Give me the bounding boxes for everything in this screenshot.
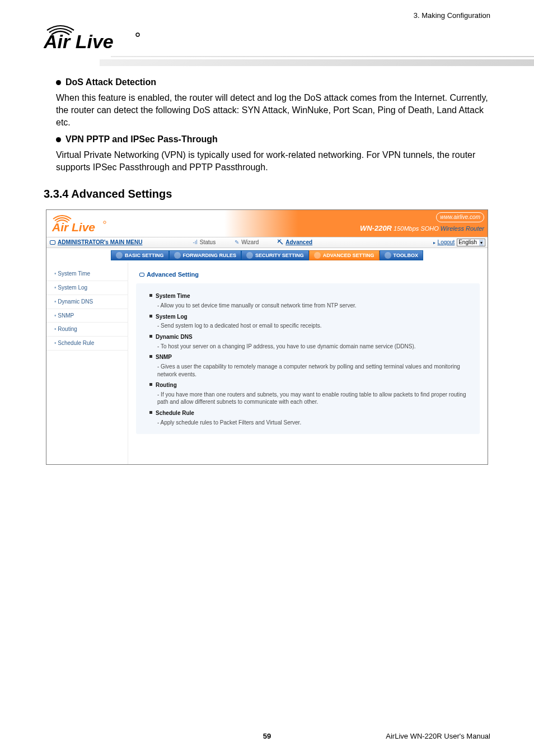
forward-icon bbox=[174, 252, 181, 259]
tab-security-label: SECURITY SETTING bbox=[255, 252, 304, 259]
router-url: www.airlive.com bbox=[436, 212, 484, 222]
tab-basic-setting[interactable]: BASIC SETTING bbox=[111, 250, 169, 260]
page: 3. Making Configuration Air Live DoS Att… bbox=[0, 0, 534, 756]
sidebar: System Time System Log Dynamic DNS SNMP … bbox=[46, 263, 128, 464]
panel-item-desc: - To host your server on a changing IP a… bbox=[157, 343, 472, 351]
router-model-desc: 150Mbps SOHO bbox=[394, 225, 441, 232]
svg-text:Air Live: Air Live bbox=[51, 221, 95, 234]
page-footer: 59 AirLive WN-220R User's Manual bbox=[0, 732, 534, 740]
svg-point-1 bbox=[136, 33, 139, 36]
router-model-tag: Wireless Router bbox=[441, 225, 484, 232]
panel-item-desc: - Send system log to a dedicated host or… bbox=[157, 322, 472, 330]
body-content: DoS Attack Detection When this feature i… bbox=[44, 76, 490, 465]
panel-item-title: Routing bbox=[156, 382, 177, 388]
chat-icon bbox=[139, 273, 144, 277]
panel-item-title: Schedule Rule bbox=[156, 410, 194, 416]
square-icon bbox=[149, 294, 152, 297]
chat-icon bbox=[50, 240, 55, 245]
chevron-down-icon: ▾ bbox=[479, 240, 484, 246]
square-icon bbox=[149, 335, 152, 338]
language-selected: English bbox=[458, 239, 477, 246]
paragraph-vpn: Virtual Private Networking (VPN) is typi… bbox=[56, 149, 490, 174]
square-icon bbox=[149, 355, 152, 358]
advanced-icon bbox=[314, 252, 321, 259]
main-menu-label: ADMINISTRATOR's MAIN MENU bbox=[58, 239, 142, 246]
page-number: 59 bbox=[263, 732, 271, 740]
main-menu-home[interactable]: ADMINISTRATOR's MAIN MENU bbox=[50, 239, 142, 246]
panel-item-title: SNMP bbox=[156, 354, 172, 360]
panel-item-system-time: System Time - Allow you to set device ti… bbox=[149, 292, 472, 309]
tab-advanced-setting[interactable]: ADVANCED SETTING bbox=[309, 250, 380, 260]
menu-status-label: Status bbox=[200, 239, 216, 246]
signal-icon: -ıl bbox=[193, 239, 197, 246]
menu-wizard[interactable]: ✎ Wizard bbox=[235, 239, 259, 246]
square-icon bbox=[149, 383, 152, 386]
chapter-label: 3. Making Configuration bbox=[414, 11, 490, 20]
panel-item-desc: - Apply schedule rules to Packet Filters… bbox=[157, 419, 472, 427]
sidebar-item-schedule-rule[interactable]: Schedule Rule bbox=[46, 337, 128, 351]
panel-item-title: Dynamic DNS bbox=[156, 334, 193, 340]
wand-icon: ✎ bbox=[235, 239, 239, 246]
gear-icon bbox=[116, 252, 123, 259]
bullet-icon bbox=[56, 137, 61, 142]
router-model-label: www.airlive.com WN-220R 150Mbps SOHO Wir… bbox=[360, 212, 484, 234]
section-heading: 3.3.4 Advanced Settings bbox=[44, 186, 490, 202]
square-icon bbox=[149, 315, 152, 318]
toolbox-icon bbox=[385, 252, 391, 259]
caret-right-icon: ▸ bbox=[433, 240, 435, 246]
menu-wizard-label: Wizard bbox=[241, 239, 259, 246]
tab-security-setting[interactable]: SECURITY SETTING bbox=[241, 250, 309, 260]
airlive-logo: Air Live bbox=[44, 18, 490, 53]
heading-dos-text: DoS Attack Detection bbox=[65, 76, 156, 88]
sidebar-item-system-log[interactable]: System Log bbox=[46, 281, 128, 295]
router-ui-header: Air Live www.airlive.com WN-220R 150Mbps… bbox=[46, 210, 488, 237]
panel-item-schedule-rule: Schedule Rule - Apply schedule rules to … bbox=[149, 409, 472, 426]
panel-item-desc: - Gives a user the capability to remotel… bbox=[157, 363, 472, 378]
sidebar-item-system-time[interactable]: System Time bbox=[46, 267, 128, 281]
panel-item-dynamic-dns: Dynamic DNS - To host your server on a c… bbox=[149, 333, 472, 350]
panel-item-desc: - Allow you to set device time manually … bbox=[157, 302, 472, 310]
panel-box: System Time - Allow you to set device ti… bbox=[136, 283, 480, 434]
router-ui-screenshot: Air Live www.airlive.com WN-220R 150Mbps… bbox=[46, 209, 488, 465]
language-dropdown[interactable]: English ▾ bbox=[457, 239, 485, 246]
svg-point-3 bbox=[104, 221, 106, 223]
header-divider bbox=[44, 54, 490, 73]
main-panel: Advanced Setting System Time - Allow you… bbox=[128, 263, 488, 464]
bullet-icon bbox=[56, 80, 61, 85]
footer-manual-title: AirLive WN-220R User's Manual bbox=[386, 732, 490, 740]
sidebar-item-dynamic-dns[interactable]: Dynamic DNS bbox=[46, 295, 128, 309]
menu-status[interactable]: -ıl Status bbox=[193, 239, 216, 246]
tab-forwarding-rules[interactable]: FORWARDING RULES bbox=[169, 250, 241, 260]
panel-item-system-log: System Log - Send system log to a dedica… bbox=[149, 313, 472, 330]
tab-forward-label: FORWARDING RULES bbox=[183, 252, 236, 259]
sidebar-item-snmp[interactable]: SNMP bbox=[46, 309, 128, 323]
paragraph-dos: When this feature is enabled, the router… bbox=[56, 92, 490, 129]
panel-item-title: System Time bbox=[156, 293, 190, 299]
panel-heading: Advanced Setting bbox=[136, 268, 480, 281]
tab-basic-label: BASIC SETTING bbox=[125, 252, 164, 259]
panel-item-routing: Routing - If you have more than one rout… bbox=[149, 381, 472, 406]
heading-vpn-text: VPN PPTP and IPSec Pass-Through bbox=[65, 133, 218, 146]
heading-vpn: VPN PPTP and IPSec Pass-Through bbox=[56, 133, 490, 146]
tab-toolbox[interactable]: TOOLBOX bbox=[380, 250, 423, 260]
heading-dos: DoS Attack Detection bbox=[56, 76, 490, 88]
router-main-menu: ADMINISTRATOR's MAIN MENU -ıl Status ✎ W… bbox=[46, 237, 488, 248]
shield-icon bbox=[246, 252, 253, 259]
menu-advanced[interactable]: ⛏ Advanced bbox=[278, 239, 312, 246]
router-model-name: WN-220R bbox=[360, 224, 392, 232]
tab-toolbox-label: TOOLBOX bbox=[394, 252, 418, 259]
svg-text:Air Live: Air Live bbox=[44, 31, 114, 52]
panel-item-snmp: SNMP - Gives a user the capability to re… bbox=[149, 353, 472, 378]
panel-heading-text: Advanced Setting bbox=[147, 270, 199, 279]
sidebar-item-routing[interactable]: Routing bbox=[46, 323, 128, 337]
square-icon bbox=[149, 411, 152, 414]
panel-item-desc: - If you have more than one routers and … bbox=[157, 391, 472, 406]
tab-strip: BASIC SETTING FORWARDING RULES SECURITY … bbox=[46, 248, 488, 263]
menu-advanced-label: Advanced bbox=[285, 239, 312, 246]
panel-item-title: System Log bbox=[156, 314, 188, 320]
tab-advanced-label: ADVANCED SETTING bbox=[323, 252, 374, 259]
logout-link[interactable]: Logout bbox=[438, 239, 455, 246]
work-icon: ⛏ bbox=[278, 239, 283, 246]
router-brand-logo: Air Live bbox=[51, 210, 110, 237]
